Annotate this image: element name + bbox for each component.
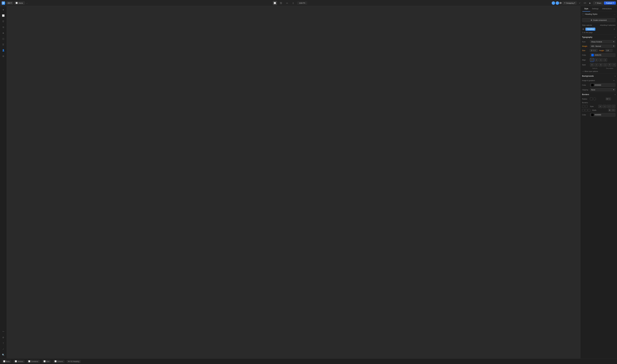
layers-button[interactable]: ⧉ [1, 25, 6, 30]
canvas[interactable] [7, 6, 580, 359]
tablet-view-button[interactable]: ⬛ [279, 1, 283, 5]
breadcrumb-grid[interactable]: ⬜ Grid [42, 360, 51, 363]
language-selector[interactable]: EN ▾ [6, 1, 13, 4]
topbar: W EN ▾ ⬜ Home ... ⬜ ⬛ ▭ ▯ 1164 PX 2 ✏ De… [0, 0, 617, 6]
decoration-label: Decoration [604, 67, 616, 69]
publish-button[interactable]: Publish ▾ [604, 1, 616, 5]
border-cb-1[interactable] [582, 109, 585, 111]
color-row: Color #0061FE [580, 52, 617, 57]
align-row: Align ≡ ≡ ≡ ≡ [580, 57, 617, 62]
radius-circle-button[interactable] [593, 98, 596, 100]
components-button[interactable]: ◈ [1, 30, 6, 35]
border-cb-2[interactable] [585, 109, 587, 111]
cms-button[interactable]: ☰ [1, 42, 6, 47]
heading-styles-more-button[interactable]: ··· [614, 13, 616, 15]
mobile-landscape-button[interactable]: ▭ [285, 1, 289, 5]
border-color-picker[interactable]: #000000 [590, 113, 616, 117]
heading-styles-checkbox[interactable] [582, 13, 584, 15]
align-left-button[interactable]: ≡ [590, 58, 594, 62]
create-component-button[interactable]: ◈ Create component [582, 18, 616, 22]
backgrounds-section-title: Backgrounds [582, 75, 615, 77]
align-center-button[interactable]: ≡ [594, 58, 598, 62]
border-style-dotted-button[interactable]: ··· [612, 105, 616, 108]
breadcrumb-sep-2: › [26, 361, 26, 362]
smallcaps-button[interactable]: T [612, 63, 616, 67]
settings-button[interactable]: ⚙ [1, 335, 6, 340]
bg-color-picker[interactable]: #000000 [590, 83, 616, 87]
superscript-button[interactable]: ↑↓ [603, 63, 607, 67]
border-width-row: Width 0 PX [580, 108, 617, 112]
bottom-bar: ⬜ Body › ⬜ Section › ⬜ Container › ⬜ Gri… [0, 359, 617, 364]
canvas-width-display: 1164 PX [297, 1, 307, 5]
activity-button[interactable]: 〜 [1, 329, 6, 334]
pages-panel-button[interactable]: ⬜ [1, 13, 6, 18]
more-options-row: › > More type options [580, 70, 617, 74]
add-image-gradient-button[interactable]: + [612, 79, 616, 82]
clipping-selector[interactable]: None ▾ [590, 88, 616, 91]
weight-selector[interactable]: 400 - Normal ▾ [590, 44, 616, 48]
strikethrough2-button[interactable]: X [599, 63, 603, 67]
border-rounded-icon[interactable] [585, 105, 588, 108]
italic-button[interactable]: I [594, 63, 598, 67]
breadcrumb-container[interactable]: ⬜ Container [27, 360, 40, 363]
home-page-tab[interactable]: ⬜ Home [14, 1, 25, 5]
search-canvas-button[interactable]: 🔍 [1, 352, 6, 357]
logo[interactable]: W [1, 1, 5, 5]
border-box-icon[interactable] [582, 105, 584, 108]
code-button[interactable]: </> [583, 1, 587, 5]
mode-selector[interactable]: ✏ Designing ▾ [563, 1, 577, 5]
strikethrough-button[interactable]: X [590, 63, 594, 67]
help-button[interactable]: ? [1, 341, 6, 346]
check-button[interactable]: ✓ [578, 1, 582, 5]
borders-section-header[interactable]: Borders ▾ [580, 92, 617, 97]
page-tab-label: Home [18, 2, 23, 4]
breadcrumb-heading[interactable]: H1 H1 Heading [67, 360, 81, 363]
breadcrumb-section[interactable]: ⬜ Section [14, 360, 25, 363]
italicize-label: Italicize [589, 67, 601, 69]
members-button[interactable]: 👤 [1, 48, 6, 53]
radius-input[interactable]: 0 PX [605, 97, 611, 101]
font-selector[interactable]: Sharp Grotesk ▾ [590, 40, 616, 43]
border-style-solid-button[interactable]: — [603, 105, 607, 108]
align-justify-button[interactable]: ≡ [603, 58, 607, 62]
container-icon: ⬜ [28, 360, 30, 362]
radius-square-button[interactable] [590, 98, 593, 100]
navigator-button[interactable]: ☰ [1, 19, 6, 24]
breadcrumb-column[interactable]: ⬜ Column [53, 360, 64, 363]
uppercase-button[interactable]: T [608, 63, 612, 67]
size-input[interactable]: 3 REM [590, 49, 598, 52]
collaborators: 2 [551, 1, 562, 5]
size-value: 3 [591, 50, 592, 51]
tab-interactions[interactable]: Interactions [600, 6, 614, 12]
border-style-dashed-button[interactable]: - - [607, 105, 611, 108]
typography-section-header[interactable]: Typography ▾ [580, 35, 617, 39]
breadcrumb-body[interactable]: ⬜ Body [2, 360, 11, 363]
border-width-input[interactable]: 0 PX [608, 109, 616, 112]
height-input[interactable]: 1.6 [605, 49, 613, 52]
border-cb-3[interactable] [588, 109, 590, 111]
heading-selector-chip[interactable]: Heading [585, 27, 595, 31]
more-pages-button[interactable]: ... [26, 2, 28, 4]
desktop-view-button[interactable]: ⬜ [273, 1, 277, 5]
share-button[interactable]: ↗ Share [593, 1, 603, 5]
selector-expand-button[interactable]: ▾ [613, 28, 616, 30]
color-picker[interactable]: #0061FE [590, 53, 616, 57]
align-buttons: ≡ ≡ ≡ ≡ [590, 58, 607, 62]
more-type-options-button[interactable]: › > More type options [582, 70, 616, 72]
border-style-none-button[interactable]: ✕ [598, 105, 602, 108]
backgrounds-section-header[interactable]: Backgrounds ▾ [580, 74, 617, 78]
border-style-buttons: ✕ — - - ··· [598, 105, 616, 108]
border-checkboxes [582, 109, 590, 111]
height-value: 1.6 [606, 50, 609, 51]
tab-style[interactable]: Style [582, 6, 590, 12]
apps-button[interactable]: ⊞ [1, 54, 6, 59]
webflow-logo: W [2, 1, 5, 5]
preview-button[interactable]: ▶ [588, 1, 592, 5]
avatar-2 [555, 1, 559, 5]
tab-settings[interactable]: Settings [590, 6, 600, 12]
align-right-button[interactable]: ≡ [599, 58, 603, 62]
add-panel-button[interactable]: + [1, 7, 6, 12]
publish-status-button[interactable]: ✓ [1, 347, 6, 351]
mobile-portrait-button[interactable]: ▯ [291, 1, 295, 5]
assets-button[interactable]: ◫ [1, 36, 6, 41]
